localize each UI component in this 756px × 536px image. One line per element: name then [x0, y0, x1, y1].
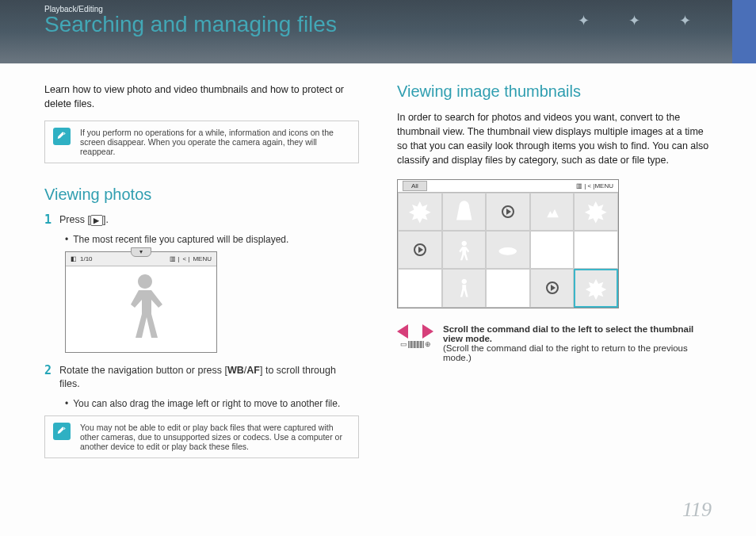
pulldown-tab-icon: ▾ [131, 247, 151, 257]
play-icon [414, 243, 426, 256]
note-box-idle: If you perform no operations for a while… [44, 121, 359, 163]
content-area: Learn how to view photo and video thumbn… [0, 63, 756, 480]
dial-plain: (Scroll the command dial to the right to… [443, 343, 688, 362]
step-1: 1 Press [▶]. [44, 213, 359, 228]
thumb-cell-video [398, 231, 442, 269]
playback-icon: ▶ [90, 215, 103, 226]
af-icon: AF [246, 365, 260, 376]
thumbnail-grid [398, 193, 618, 308]
dial-text: Scroll the command dial to the left to s… [443, 324, 712, 362]
note-box-codec: You may not be able to edit or play back… [44, 415, 359, 458]
left-column: Learn how to view photo and video thumbn… [44, 82, 359, 480]
menu-label: MENU [594, 182, 613, 190]
info-icon: ▥ | [170, 255, 179, 262]
step-2-bullet: • You can also drag the image left or ri… [65, 398, 359, 409]
step-1-body: Press [▶]. [59, 213, 109, 228]
page-number: 119 [682, 498, 712, 522]
thumbnails-intro: In order to search for photos and videos… [397, 110, 712, 168]
arrow-left-icon [397, 324, 408, 339]
note-text: If you perform no operations for a while… [80, 128, 350, 156]
person-silhouette-icon [121, 274, 169, 354]
share-icon: < | [182, 255, 189, 262]
play-icon [546, 281, 559, 294]
page-header: ✦ ✦ ✦ Playback/Editing Searching and man… [0, 0, 756, 63]
thumb-cell-video [530, 269, 575, 307]
thumb-cell-video [486, 193, 530, 231]
section-viewing-photos: Viewing photos [44, 186, 359, 204]
play-icon [502, 205, 514, 218]
step-number-1: 1 [44, 213, 52, 228]
photo-preview: ◧ 1/10 ▥ | < | MENU ▾ [65, 251, 217, 353]
svg-point-0 [499, 247, 517, 255]
thumb-cell-empty [530, 231, 575, 269]
thumb-cell [530, 193, 575, 231]
intro-text: Learn how to view photo and video thumbn… [44, 82, 359, 111]
thumb-cell [442, 193, 487, 231]
thumb-cell [442, 269, 487, 307]
thumb-cell-empty [574, 231, 618, 269]
note-text: You may not be able to edit or play back… [80, 423, 350, 451]
step-1-bullet: • The most recent file you captured will… [65, 234, 359, 245]
note-icon [53, 423, 71, 440]
step-2: 2 Rotate the navigation button or press … [44, 364, 359, 392]
filter-all: All [403, 181, 427, 191]
section-thumbnails: Viewing image thumbnails [397, 82, 712, 101]
thumb-cell-empty [398, 269, 442, 307]
dial-scale-icon: ▭ ||||||||||||||| ⊕ [400, 340, 430, 348]
arrow-right-icon [422, 324, 433, 339]
thumb-cell-empty [486, 269, 530, 307]
mode-icon: ◧ [71, 255, 77, 262]
thumb-cell-selected [574, 269, 618, 307]
note-icon [53, 128, 71, 145]
dial-instruction: ▭ ||||||||||||||| ⊕ Scroll the command d… [397, 324, 712, 362]
step-2-body: Rotate the navigation button or press [W… [59, 364, 359, 392]
thumb-cell [574, 193, 618, 231]
menu-label: MENU [193, 255, 212, 262]
thumb-cell [486, 231, 530, 269]
bullet-dot: • [65, 234, 68, 245]
preview-counter: 1/10 [80, 255, 93, 262]
wb-icon: WB [227, 365, 244, 376]
decorative-sparkles: ✦ ✦ ✦ [578, 12, 708, 29]
step-number-2: 2 [44, 364, 52, 392]
thumbnail-grid-preview: All ▥ | < | MENU [397, 179, 619, 308]
bullet-dot: • [65, 398, 68, 409]
thumb-cell [442, 231, 487, 269]
thumb-cell [398, 193, 442, 231]
dial-bold: Scroll the command dial to the left to s… [443, 324, 693, 343]
thumb-topbar: All ▥ | < | MENU [398, 180, 618, 193]
info-icon: ▥ | < | [576, 182, 595, 190]
dial-graphic: ▭ ||||||||||||||| ⊕ [397, 324, 433, 362]
right-column: Viewing image thumbnails In order to sea… [397, 82, 712, 480]
